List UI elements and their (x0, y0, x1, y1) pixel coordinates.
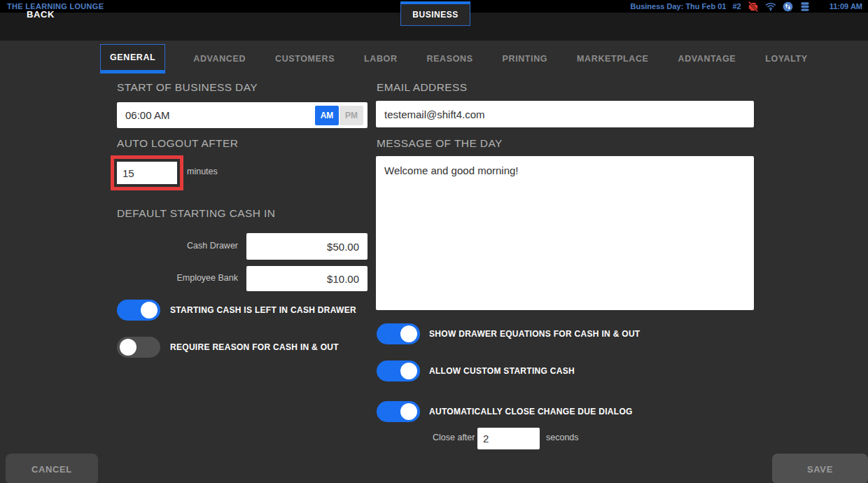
seconds-unit-label: seconds (546, 433, 579, 442)
email-address-label: EMAIL ADDRESS (377, 81, 468, 94)
require-reason-cash-toggle[interactable] (117, 337, 160, 358)
tab-general[interactable]: GENERAL (100, 44, 165, 74)
clock-time: 11:09 AM (830, 2, 862, 10)
start-of-business-day-field[interactable]: 06:00 AM AM PM (117, 102, 368, 128)
close-after-label: Close after (433, 433, 475, 442)
tab-advanced[interactable]: ADVANCED (192, 44, 247, 74)
message-of-the-day-label: MESSAGE OF THE DAY (377, 137, 503, 150)
auto-close-change-due-toggle[interactable] (377, 401, 420, 422)
store-name: THE LEARNING LOUNGE (7, 2, 104, 10)
cash-drawer-label: Cash Drawer (117, 241, 238, 251)
toggle-knob (400, 403, 417, 420)
back-button[interactable]: BACK (27, 0, 55, 28)
annotation-highlight-box (111, 155, 183, 190)
default-starting-cash-label: DEFAULT STARTING CASH IN (117, 207, 275, 220)
toggle-knob (400, 326, 417, 342)
cash-drawer-input[interactable] (246, 233, 368, 260)
auto-logout-label: AUTO LOGOUT AFTER (117, 137, 238, 150)
employee-bank-label: Employee Bank (117, 273, 238, 283)
toggle-knob (120, 339, 136, 356)
wifi-icon (765, 1, 776, 11)
printer-offline-icon (748, 1, 759, 12)
close-after-seconds-input[interactable] (477, 428, 540, 449)
settings-tab-bar: GENERAL ADVANCED CUSTOMERS LABOR REASONS… (100, 44, 809, 74)
starting-cash-left-in-drawer-toggle[interactable] (117, 300, 160, 321)
tab-marketplace[interactable]: MARKETPLACE (575, 44, 650, 74)
toggle-knob (400, 363, 417, 379)
require-reason-cash-label: REQUIRE REASON FOR CASH IN & OUT (170, 342, 339, 352)
sync-icon (783, 1, 793, 12)
tab-advantage[interactable]: ADVANTAGE (677, 44, 738, 74)
show-drawer-equations-label: SHOW DRAWER EQUATIONS FOR CASH IN & OUT (429, 329, 640, 339)
pm-segment-button[interactable]: PM (340, 106, 363, 125)
message-of-the-day-textarea[interactable]: Welcome and good morning! (376, 156, 754, 310)
minutes-unit-label: minutes (187, 167, 218, 176)
auto-close-change-due-label: AUTOMATICALLY CLOSE CHANGE DUE DIALOG (429, 407, 633, 416)
allow-custom-starting-cash-label: ALLOW CUSTOM STARTING CASH (429, 366, 575, 376)
tab-reasons[interactable]: REASONS (426, 44, 475, 74)
email-address-input[interactable] (376, 101, 754, 127)
business-day-label: Business Day: Thu Feb 01 (631, 2, 727, 10)
terminal-number: #2 (732, 2, 741, 10)
database-icon (799, 1, 811, 12)
allow-custom-starting-cash-toggle[interactable] (377, 360, 420, 382)
save-button[interactable]: SAVE (772, 454, 868, 483)
status-right-cluster: Business Day: Thu Feb 01 #2 (631, 0, 862, 13)
tab-printing[interactable]: PRINTING (501, 44, 550, 74)
tab-loyalty[interactable]: LOYALTY (764, 44, 808, 74)
starting-cash-left-in-drawer-label: STARTING CASH IS LEFT IN CASH DRAWER (170, 305, 356, 315)
show-drawer-equations-toggle[interactable] (377, 323, 420, 344)
toggle-knob (141, 302, 158, 318)
tab-labor[interactable]: LABOR (363, 44, 398, 74)
tab-customers[interactable]: CUSTOMERS (274, 44, 336, 74)
start-of-business-day-label: START OF BUSINESS DAY (117, 81, 258, 94)
start-time-value: 06:00 AM (117, 109, 315, 121)
cancel-button[interactable]: CANCEL (6, 454, 98, 483)
employee-bank-input[interactable] (246, 266, 368, 291)
am-segment-button[interactable]: AM (315, 106, 339, 125)
auto-logout-input[interactable] (117, 162, 177, 184)
section-tab-business[interactable]: BUSINESS (400, 1, 470, 26)
pos-business-settings-screen: THE LEARNING LOUNGE Business Day: Thu Fe… (0, 0, 868, 483)
